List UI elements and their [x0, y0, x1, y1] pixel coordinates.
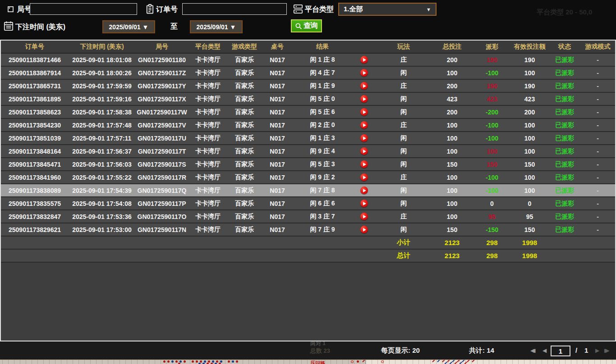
cell-mode: -: [580, 80, 615, 92]
roadmap-grid-line: [225, 360, 225, 364]
roadmap-grid-line: [477, 360, 478, 364]
next-page-button[interactable]: ▶: [595, 347, 599, 354]
replay-video-icon[interactable]: [360, 226, 368, 233]
replay-video-icon[interactable]: [360, 187, 368, 194]
pagination-bar: 两对 1 总数 23 每页显示: 20 共计: 14 ◀◀ ◀ / 1 ▶ ▶▶: [0, 341, 616, 359]
replay-video-icon[interactable]: [360, 108, 368, 116]
table-row[interactable]: 2509011738481642025-09-01 17:56:37GN0172…: [1, 145, 615, 158]
prev-page-button[interactable]: ◀: [542, 347, 547, 354]
cell-order: 250901183867914: [1, 67, 69, 79]
cell-platform: 卡卡湾厅: [188, 54, 227, 66]
roadmap-grid-line: [594, 360, 595, 364]
roadmap-grid-line: [307, 360, 308, 364]
grand-total-row-platform: [188, 250, 227, 262]
cell-payout: -100: [473, 171, 510, 183]
cell-table: N017: [262, 223, 293, 236]
total-count-label: 共计: 14: [469, 346, 494, 355]
table-row[interactable]: 2509011838714662025-09-01 18:01:08GN0172…: [1, 54, 615, 67]
grand-total-row-payout: 298: [473, 250, 510, 262]
cell-status: 已派彩: [549, 93, 580, 105]
table-row[interactable]: 2509011738510392025-09-01 17:57:11GN0172…: [1, 132, 615, 145]
roadmap-mark: [178, 363, 180, 364]
last-page-button[interactable]: ▶▶: [604, 347, 609, 354]
table-row[interactable]: 2509011738618952025-09-01 17:59:16GN0172…: [1, 93, 615, 106]
cell-total: 100: [431, 67, 473, 79]
cell-payout: -100: [473, 67, 510, 79]
cell-round: GN0172590117V: [135, 119, 188, 131]
roadmap-grid-line: [501, 360, 501, 364]
table-header-row: 订单号下注时间 (美东)局号平台类型游戏类型桌号结果玩法总投注派彩有效投注额状态…: [1, 41, 615, 54]
order-number-input[interactable]: [182, 3, 287, 15]
subtotal-row-result: [293, 237, 352, 249]
column-header-result: 结果: [293, 41, 352, 53]
replay-video-icon[interactable]: [360, 173, 368, 181]
cell-round: GN0172590117O: [135, 210, 188, 223]
cell-play: [352, 132, 377, 144]
table-row[interactable]: 2509011738542302025-09-01 17:57:48GN0172…: [1, 119, 615, 132]
table-row[interactable]: 2509011738657312025-09-01 17:59:59GN0172…: [1, 80, 615, 93]
replay-video-icon[interactable]: [360, 213, 368, 220]
table-row[interactable]: 2509011738328472025-09-01 17:53:36GN0172…: [1, 210, 615, 223]
cell-play: [352, 158, 377, 170]
cell-side: 闲: [377, 93, 431, 105]
cell-side: 庄: [377, 80, 431, 92]
cell-status: 已派彩: [549, 132, 580, 144]
roadmap-grid-line: [8, 360, 9, 364]
column-header-round: 局号: [135, 41, 188, 53]
cell-time: 2025-09-01 17:59:59: [69, 80, 135, 92]
background-bleed-count: 总数 23: [310, 347, 330, 355]
cell-payout: -100: [473, 132, 510, 144]
cell-table: N017: [262, 184, 293, 196]
table-row[interactable]: 2509011738419602025-09-01 17:55:22GN0172…: [1, 171, 615, 184]
table-row[interactable]: 2509011738296212025-09-01 17:53:00GN0172…: [1, 223, 615, 237]
platform-type-select[interactable]: 1.全部 ▼: [338, 3, 437, 16]
column-header-valid: 有效投注额: [510, 41, 549, 53]
date-from-picker[interactable]: 2025/09/01 ▼: [102, 20, 155, 33]
roadmap-grid-line: [155, 360, 155, 364]
replay-video-icon[interactable]: [360, 147, 368, 155]
replay-video-icon[interactable]: [360, 134, 368, 142]
search-button[interactable]: 查询: [291, 19, 322, 32]
roadmap-grid-line: [61, 360, 61, 364]
table-row[interactable]: 2509011738355752025-09-01 17:54:08GN0172…: [1, 197, 615, 210]
date-to-picker[interactable]: 2025/09/01 ▼: [190, 20, 243, 33]
cell-payout: 190: [473, 80, 510, 92]
table-row[interactable]: 2509011738380892025-09-01 17:54:39GN0172…: [1, 184, 615, 197]
replay-video-icon[interactable]: [360, 200, 368, 207]
cell-play: [352, 67, 377, 79]
cell-game: 百家乐: [227, 54, 262, 66]
replay-video-icon[interactable]: [360, 160, 368, 168]
roadmap-mark: [357, 360, 359, 363]
cell-mode: -: [580, 158, 615, 170]
cell-status: 已派彩: [549, 197, 580, 209]
roadmap-grid-line: [143, 360, 143, 364]
cell-platform: 卡卡湾厅: [188, 158, 227, 170]
replay-video-icon[interactable]: [360, 69, 368, 77]
roadmap-grid-line: [571, 360, 571, 364]
cell-round: GN0172590117S: [135, 158, 188, 170]
first-page-button[interactable]: ◀◀: [530, 347, 535, 354]
table-row[interactable]: 2509011738586232025-09-01 17:58:38GN0172…: [1, 106, 615, 119]
roadmap-mark: [167, 360, 170, 363]
roadmap-grid-line: [313, 360, 313, 364]
table-row[interactable]: 2509011838679142025-09-01 18:00:26GN0172…: [1, 67, 615, 80]
page-input[interactable]: [551, 346, 570, 356]
replay-video-icon[interactable]: [360, 95, 368, 103]
round-number-input[interactable]: [30, 3, 137, 15]
roadmap-grid-line: [366, 360, 366, 364]
cell-total: 200: [431, 80, 473, 92]
search-icon: [295, 23, 302, 30]
roadmap-grid-line: [342, 360, 343, 364]
cell-payout: 150: [473, 158, 510, 170]
roadmap-grid-line: [67, 360, 67, 364]
replay-video-icon[interactable]: [360, 121, 368, 129]
replay-video-icon[interactable]: [360, 82, 368, 90]
cell-status: 已派彩: [549, 210, 580, 223]
roadmap-grid-line: [395, 360, 395, 364]
roadmap-grid-line: [260, 360, 261, 364]
cell-round: GN0172590117P: [135, 197, 188, 209]
background-roadmap-strip: 压问路: [0, 359, 616, 364]
cell-side: 闲: [377, 158, 431, 170]
table-row[interactable]: 2509011738454712025-09-01 17:56:03GN0172…: [1, 158, 615, 171]
replay-video-icon[interactable]: [360, 56, 368, 64]
